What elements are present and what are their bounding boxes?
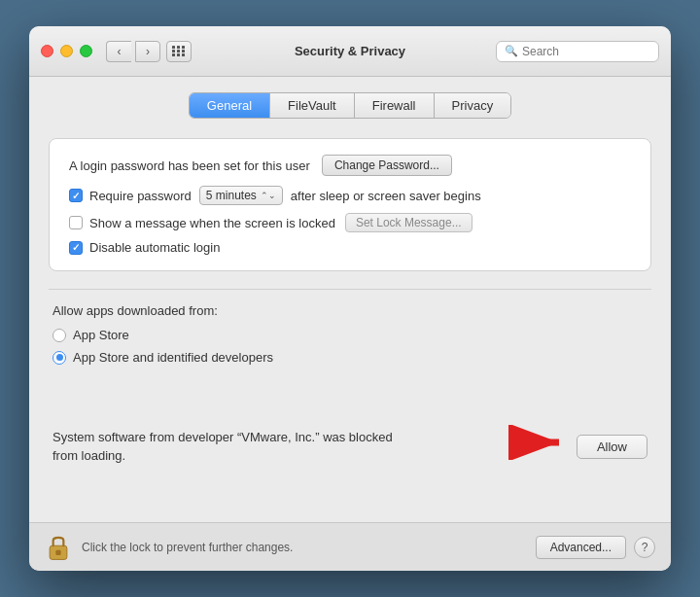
change-password-button[interactable]: Change Password... (322, 155, 452, 176)
window: ‹ › Security & Privacy 🔍 General (29, 26, 671, 571)
after-sleep-text: after sleep or screen saver begins (291, 189, 481, 203)
radio-app-store-label: App Store (73, 328, 129, 342)
block-section: System software from developer “VMware, … (49, 386, 651, 507)
radio-app-store-row: App Store (52, 328, 648, 342)
disable-login-label: Disable automatic login (89, 240, 220, 255)
set-lock-message-button[interactable]: Set Lock Message... (345, 213, 472, 232)
close-button[interactable] (41, 45, 53, 57)
block-text-line2: from loading. (52, 448, 125, 463)
show-message-row: Show a message when the screen is locked… (69, 213, 631, 232)
minimize-button[interactable] (60, 45, 73, 57)
lock-icon (45, 532, 72, 563)
content: General FileVault Firewall Privacy A log… (29, 77, 671, 522)
radio-app-store-developers[interactable] (52, 351, 66, 365)
login-password-row: A login password has been set for this u… (69, 155, 631, 176)
tab-general[interactable]: General (190, 93, 270, 118)
block-text: System software from developer “VMware, … (52, 428, 499, 466)
allow-apps-section: Allow apps downloaded from: App Store Ap… (49, 303, 651, 372)
require-password-label: Require password (89, 189, 192, 203)
forward-button[interactable]: › (135, 41, 160, 62)
tab-group: General FileVault Firewall Privacy (189, 92, 511, 119)
advanced-button[interactable]: Advanced... (536, 536, 626, 559)
tab-privacy[interactable]: Privacy (435, 93, 511, 118)
disable-login-row: Disable automatic login (69, 240, 631, 255)
titlebar: ‹ › Security & Privacy 🔍 (29, 26, 671, 77)
search-bar[interactable]: 🔍 (496, 41, 659, 62)
tab-firewall[interactable]: Firewall (355, 93, 435, 118)
show-message-checkbox[interactable] (69, 216, 83, 229)
allow-apps-label-row: Allow apps downloaded from: (52, 303, 648, 318)
tabs: General FileVault Firewall Privacy (49, 92, 651, 119)
search-icon: 🔍 (505, 45, 518, 57)
traffic-lights (41, 45, 92, 57)
dropdown-arrow-icon: ⌃⌄ (261, 191, 276, 200)
footer-text: Click the lock to prevent further change… (82, 541, 536, 554)
maximize-button[interactable] (80, 45, 92, 57)
grid-button[interactable] (166, 41, 192, 62)
tab-filevault[interactable]: FileVault (270, 93, 355, 118)
footer: Click the lock to prevent further change… (29, 522, 671, 571)
grid-icon (172, 46, 186, 56)
require-password-checkbox[interactable] (69, 189, 83, 202)
block-text-line1: System software from developer “VMware, … (52, 430, 393, 444)
dropdown-value: 5 minutes (206, 189, 257, 202)
radio-app-store[interactable] (52, 329, 66, 342)
window-title: Security & Privacy (295, 44, 405, 58)
allow-apps-text: Allow apps downloaded from: (52, 303, 218, 318)
help-button[interactable]: ? (634, 537, 655, 558)
svg-rect-3 (55, 549, 60, 554)
question-icon: ? (642, 541, 648, 554)
radio-app-store-developers-row: App Store and identified developers (52, 350, 648, 365)
back-button[interactable]: ‹ (106, 41, 131, 62)
show-message-label: Show a message when the screen is locked (89, 216, 335, 230)
search-input[interactable] (522, 45, 650, 58)
require-password-row: Require password 5 minutes ⌃⌄ after slee… (69, 186, 631, 205)
password-section: A login password has been set for this u… (49, 138, 651, 271)
radio-app-store-developers-label: App Store and identified developers (73, 350, 273, 365)
login-password-text: A login password has been set for this u… (69, 158, 310, 173)
nav-buttons: ‹ › (106, 41, 160, 62)
arrow-icon (508, 425, 567, 468)
forward-icon: › (146, 45, 150, 58)
back-icon: ‹ (118, 45, 122, 58)
section-divider (49, 289, 651, 290)
allow-button[interactable]: Allow (577, 435, 648, 459)
password-timeout-dropdown[interactable]: 5 minutes ⌃⌄ (199, 186, 283, 205)
disable-login-checkbox[interactable] (69, 241, 83, 255)
